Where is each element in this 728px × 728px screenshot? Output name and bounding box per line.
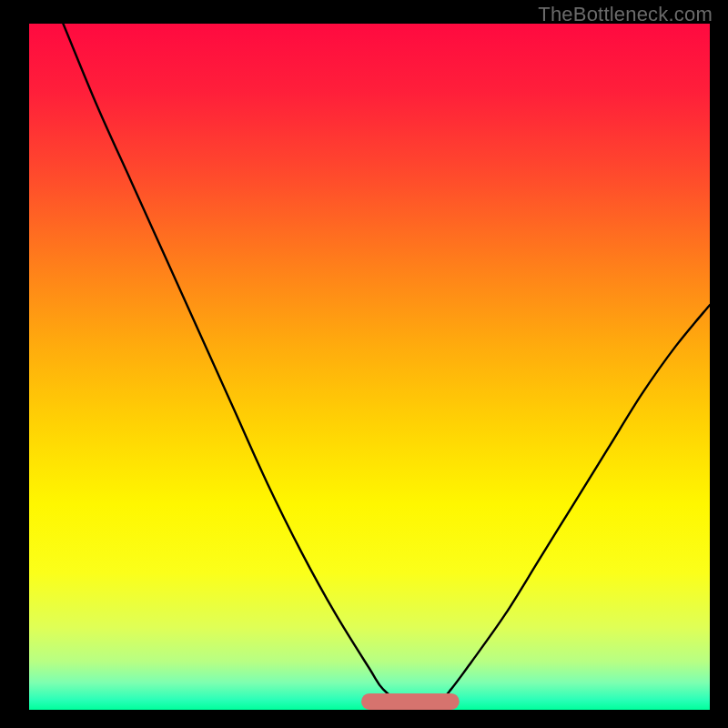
chart-frame: TheBottleneck.com [0, 0, 728, 728]
chart-svg [0, 0, 728, 728]
bottleneck-curve [29, 0, 710, 704]
